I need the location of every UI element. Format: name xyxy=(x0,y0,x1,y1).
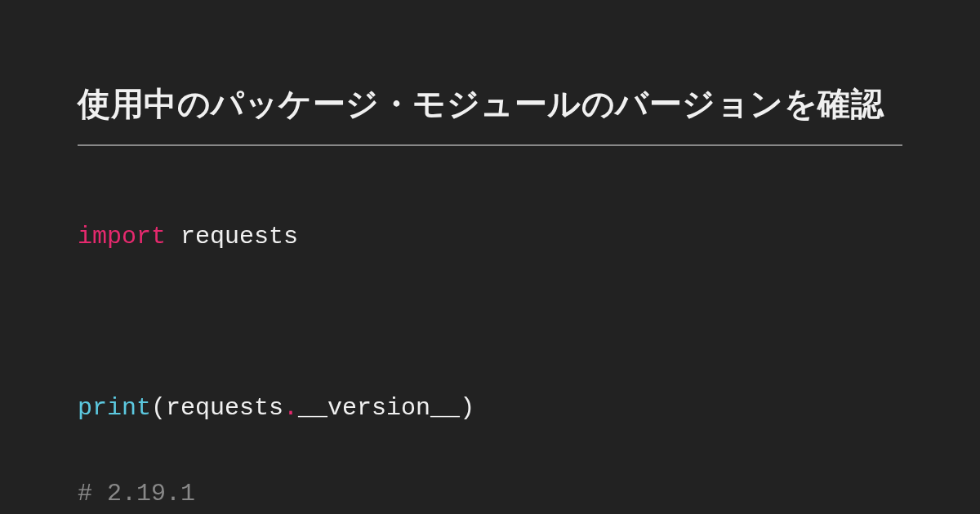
code-line-1: import requests xyxy=(78,215,902,259)
code-comment-output: # 2.19.1 xyxy=(78,472,902,515)
code-line-blank-1 xyxy=(78,301,902,344)
attribute-name: __version__ xyxy=(298,394,460,422)
module-name: requests xyxy=(166,223,298,250)
code-block: import requests print(requests.__version… xyxy=(78,172,902,514)
paren-close: ) xyxy=(460,394,474,422)
paren-open: ( xyxy=(151,394,166,422)
object-name: requests xyxy=(166,394,283,422)
dot-operator: . xyxy=(283,394,298,422)
keyword-import: import xyxy=(78,223,166,250)
code-line-3: print(requests.__version__) xyxy=(78,387,902,430)
func-print: print xyxy=(78,394,151,422)
page-title: 使用中のパッケージ・モジュールのバージョンを確認 xyxy=(78,82,902,146)
